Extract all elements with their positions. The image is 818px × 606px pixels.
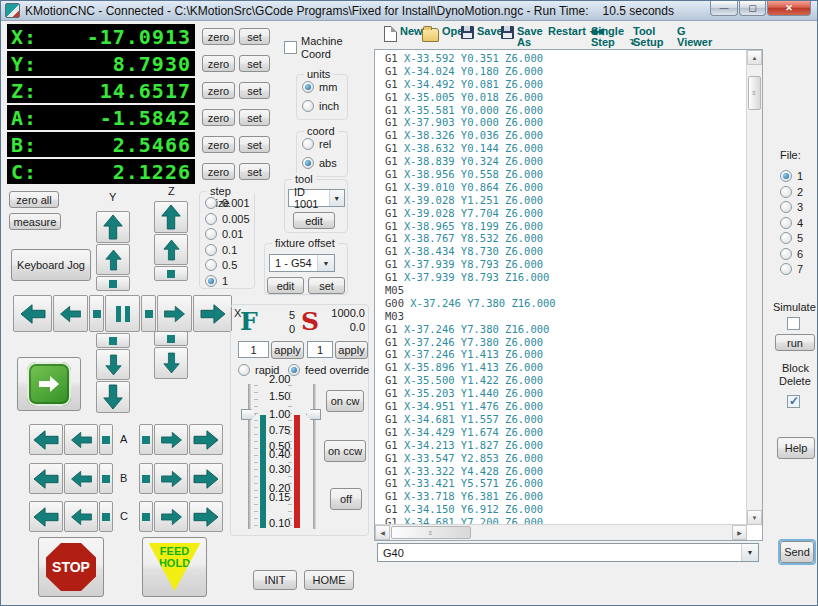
jog-c-plus-step-button[interactable] <box>139 501 153 532</box>
stop-button[interactable]: STOP <box>38 537 104 597</box>
file-option-6[interactable]: 6 <box>780 248 803 260</box>
jog-z-plus-slow-button[interactable] <box>154 234 188 265</box>
spindle-apply-button[interactable]: apply <box>335 341 368 359</box>
jog-b-minus-slow-button[interactable] <box>64 463 98 494</box>
zero-y-button[interactable]: zero <box>202 55 235 72</box>
machine-coord-checkbox[interactable] <box>284 41 297 54</box>
minimize-button[interactable]: — <box>710 1 738 16</box>
jog-b-plus-slow-button[interactable] <box>154 463 188 494</box>
file-option-5[interactable]: 5 <box>780 232 803 244</box>
fixture-edit-button[interactable]: edit <box>267 277 304 294</box>
jog-b-plus-fast-button[interactable] <box>189 463 223 494</box>
jog-x-minus-step-button[interactable] <box>89 295 104 332</box>
jog-b-minus-step-button[interactable] <box>99 463 113 494</box>
zero-b-button[interactable]: zero <box>202 136 235 153</box>
zero-x-button[interactable]: zero <box>202 28 235 45</box>
chevron-down-icon[interactable]: ▼ <box>741 544 758 561</box>
toolbar-g-viewer-button[interactable]: G Viewer <box>677 26 712 48</box>
tool-edit-button[interactable]: edit <box>293 212 335 229</box>
jog-x-plus-fast-button[interactable] <box>193 295 232 332</box>
toolbar-save-as-button[interactable]: Save As <box>501 26 543 48</box>
fixture-set-button[interactable]: set <box>308 277 345 294</box>
jog-y-minus-slow-button[interactable] <box>96 349 130 380</box>
scroll-left-icon[interactable]: ◀ <box>375 525 390 540</box>
jog-x-plus-slow-button[interactable] <box>157 295 192 332</box>
jog-c-plus-fast-button[interactable] <box>189 501 223 532</box>
send-button[interactable]: Send <box>780 541 814 563</box>
set-x-button[interactable]: set <box>239 28 270 45</box>
tool-select[interactable]: ID 1001 ▼ <box>288 189 345 207</box>
file-option-3[interactable]: 3 <box>780 201 803 213</box>
run-button[interactable]: run <box>775 334 815 351</box>
zero-all-button[interactable]: zero all <box>9 191 59 208</box>
toolbar-new-button[interactable]: New <box>384 26 423 42</box>
coord-option-abs[interactable]: abs <box>302 157 337 169</box>
jog-y-plus-step-button[interactable] <box>96 276 130 291</box>
set-y-button[interactable]: set <box>239 55 270 72</box>
measure-button[interactable]: measure <box>9 213 61 230</box>
chevron-down-icon[interactable]: ▼ <box>317 255 334 271</box>
file-option-1[interactable]: 1 <box>780 170 803 182</box>
spindle-input[interactable]: 1 <box>307 341 333 358</box>
jog-y-minus-step-button[interactable] <box>96 333 130 348</box>
zero-a-button[interactable]: zero <box>202 109 235 126</box>
jog-z-plus-fast-button[interactable] <box>154 201 188 233</box>
file-option-4[interactable]: 4 <box>780 217 803 229</box>
step-size-option-0.01[interactable]: 0.01 <box>205 228 243 240</box>
jog-a-plus-slow-button[interactable] <box>154 424 188 455</box>
mdi-command-input[interactable]: G40 ▼ <box>377 543 759 562</box>
jog-c-plus-slow-button[interactable] <box>154 501 188 532</box>
simulate-checkbox[interactable] <box>787 317 800 330</box>
help-button[interactable]: Help <box>777 437 815 459</box>
gcode-horizontal-scrollbar[interactable]: ◀ ≡ ▶ <box>375 524 747 540</box>
step-size-option-1[interactable]: 1 <box>205 275 228 287</box>
units-option-inch[interactable]: inch <box>302 100 339 112</box>
jog-y-minus-fast-button[interactable] <box>96 381 130 413</box>
toolbar-tool-setup-button[interactable]: Tool Setup <box>633 26 664 48</box>
jog-a-plus-fast-button[interactable] <box>189 424 223 455</box>
jog-c-minus-slow-button[interactable] <box>64 501 98 532</box>
scroll-up-icon[interactable]: ▲ <box>747 50 762 65</box>
home-button[interactable]: HOME <box>304 570 354 590</box>
jog-y-plus-fast-button[interactable] <box>96 211 130 243</box>
toolbar-save-button[interactable]: Save <box>461 26 503 39</box>
jog-y-plus-slow-button[interactable] <box>96 244 130 275</box>
gcode-vertical-scrollbar[interactable]: ▲ ≡ ▼ <box>746 50 762 525</box>
feedrate-input[interactable]: 1 <box>238 341 269 358</box>
feed-override-slider-track[interactable] <box>248 384 251 529</box>
spindle-on-cw-button[interactable]: on cw <box>326 390 364 412</box>
cycle-start-button[interactable] <box>17 357 81 411</box>
jog-z-minus-step-button[interactable] <box>154 331 188 346</box>
gcode-viewer[interactable]: G1 X-33.592 Y0.351 Z6.000G1 X-34.024 Y0.… <box>374 49 763 541</box>
set-z-button[interactable]: set <box>239 82 270 99</box>
jog-x-plus-step-button[interactable] <box>141 295 156 332</box>
maximize-button[interactable]: ▢ <box>739 1 766 16</box>
step-size-option-0.005[interactable]: 0.005 <box>205 213 250 225</box>
zero-z-button[interactable]: zero <box>202 82 235 99</box>
scroll-down-icon[interactable]: ▼ <box>747 510 762 525</box>
toolbar-single-step-button[interactable]: Single Step↴ <box>591 26 636 48</box>
set-b-button[interactable]: set <box>239 136 270 153</box>
step-size-option-0.5[interactable]: 0.5 <box>205 259 237 271</box>
feed-hold-button[interactable]: FEED HOLD <box>142 537 207 597</box>
chevron-down-icon[interactable]: ▼ <box>329 190 344 206</box>
jog-c-minus-fast-button[interactable] <box>29 501 63 532</box>
feedrate-apply-button[interactable]: apply <box>271 341 304 359</box>
init-button[interactable]: INIT <box>253 570 297 590</box>
spindle-override-slider-track[interactable] <box>313 384 316 529</box>
jog-pause-button[interactable] <box>105 295 140 332</box>
jog-x-minus-fast-button[interactable] <box>13 295 52 332</box>
close-button[interactable]: ✕ <box>767 1 811 16</box>
block-delete-checkbox[interactable] <box>787 395 800 408</box>
jog-c-minus-step-button[interactable] <box>99 501 113 532</box>
scroll-right-icon[interactable]: ▶ <box>732 525 747 540</box>
jog-a-minus-slow-button[interactable] <box>64 424 98 455</box>
jog-b-plus-step-button[interactable] <box>139 463 153 494</box>
step-size-option-0.001[interactable]: 0.001 <box>205 197 250 209</box>
step-size-option-0.1[interactable]: 0.1 <box>205 244 237 256</box>
jog-b-minus-fast-button[interactable] <box>29 463 63 494</box>
units-option-mm[interactable]: mm <box>302 81 337 93</box>
jog-a-minus-step-button[interactable] <box>99 424 113 455</box>
jog-x-minus-slow-button[interactable] <box>53 295 88 332</box>
vscroll-thumb[interactable]: ≡ <box>748 76 761 110</box>
